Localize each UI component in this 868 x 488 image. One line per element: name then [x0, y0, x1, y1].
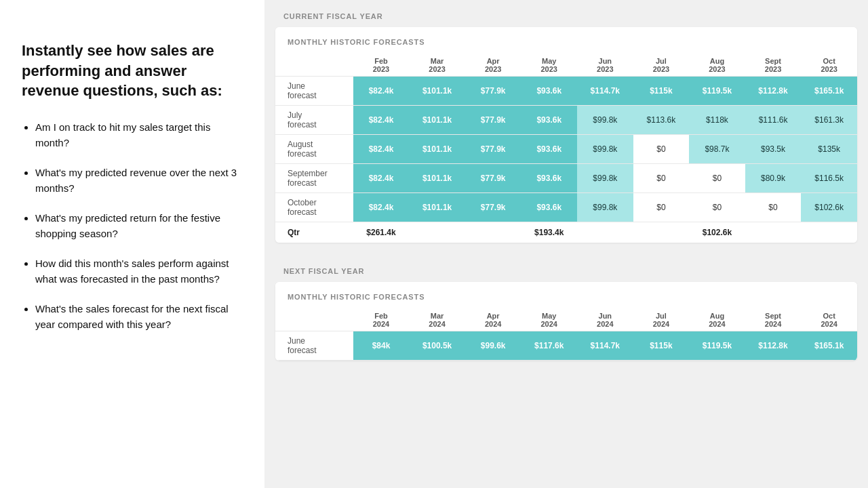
col-header-1: Mar2023 — [409, 53, 465, 77]
cell-r0-c6: $119.5k — [689, 77, 745, 106]
cell-r4-c6: $0 — [689, 193, 745, 222]
cell-r1-c1: $101.1k — [409, 106, 465, 135]
cell-r4-c7: $0 — [745, 193, 802, 222]
col-header-3: May2023 — [521, 53, 577, 77]
cell-r0-c5: $115k — [633, 331, 690, 361]
cell-r4-c0: $82.4k — [353, 193, 410, 222]
cell-r0-c4: $114.7k — [577, 331, 633, 361]
cell-r0-c3: $117.6k — [521, 331, 577, 361]
cell-r3-c6: $0 — [689, 164, 745, 193]
col-header-6: Aug2023 — [689, 53, 745, 77]
footer-cell-3: $193.4k — [521, 222, 577, 243]
cell-r4-c1: $101.1k — [409, 193, 465, 222]
cell-r0-c7: $112.8k — [745, 77, 802, 106]
cell-r1-c2: $77.9k — [465, 106, 521, 135]
cell-r3-c5: $0 — [633, 164, 690, 193]
next-fiscal-table-card: MONTHLY HISTORIC FORECASTS Feb2024Mar202… — [275, 282, 857, 361]
bullet-item-4: What's the sales forecast for the next f… — [35, 302, 243, 332]
cell-r0-c1: $100.5k — [409, 331, 465, 361]
cell-r0-c7: $112.8k — [745, 331, 802, 361]
footer-cell-8 — [801, 222, 857, 243]
next-fiscal-section: NEXT FISCAL YEAR MONTHLY HISTORIC FORECA… — [264, 255, 868, 361]
footer-label: Qtr — [275, 222, 353, 243]
cell-r3-c8: $116.5k — [801, 164, 857, 193]
current-fiscal-table-card: MONTHLY HISTORIC FORECASTS Feb2023Mar202… — [275, 27, 857, 243]
current-forecast-table: Feb2023Mar2023Apr2023May2023Jun2023Jul20… — [275, 53, 857, 243]
footer-cell-5 — [633, 222, 690, 243]
cell-r2-c7: $93.5k — [745, 135, 802, 164]
footer-cell-2 — [465, 222, 521, 243]
cell-r0-c0: $82.4k — [353, 77, 410, 106]
cell-r3-c4: $99.8k — [577, 164, 633, 193]
cell-r2-c4: $99.8k — [577, 135, 633, 164]
col-header-7: Sept2024 — [745, 308, 802, 331]
row-label-2: Augustforecast — [275, 135, 353, 164]
cell-r2-c1: $101.1k — [409, 135, 465, 164]
footer-cell-1 — [409, 222, 465, 243]
col-header-0: Feb2023 — [353, 53, 410, 77]
cell-r4-c2: $77.9k — [465, 193, 521, 222]
cell-r0-c0: $84k — [353, 331, 410, 361]
cell-r3-c3: $93.6k — [521, 164, 577, 193]
col-header-8: Oct2024 — [801, 308, 857, 331]
cell-r0-c4: $114.7k — [577, 77, 633, 106]
col-header-7: Sept2023 — [745, 53, 802, 77]
current-fiscal-section: CURRENT FISCAL YEAR MONTHLY HISTORIC FOR… — [264, 0, 868, 243]
col-header-3: May2024 — [521, 308, 577, 331]
row-label-3: Septemberforecast — [275, 164, 353, 193]
footer-cell-4 — [577, 222, 633, 243]
cell-r2-c8: $135k — [801, 135, 857, 164]
cell-r0-c6: $119.5k — [689, 331, 745, 361]
next-fiscal-label: NEXT FISCAL YEAR — [264, 255, 868, 282]
cell-r3-c7: $80.9k — [745, 164, 802, 193]
cell-r1-c3: $93.6k — [521, 106, 577, 135]
right-panel: CURRENT FISCAL YEAR MONTHLY HISTORIC FOR… — [264, 0, 868, 488]
next-forecast-table: Feb2024Mar2024Apr2024May2024Jun2024Jul20… — [275, 308, 857, 361]
cell-r3-c1: $101.1k — [409, 164, 465, 193]
cell-r3-c0: $82.4k — [353, 164, 410, 193]
next-table-inner-label: MONTHLY HISTORIC FORECASTS — [275, 282, 857, 308]
cell-r2-c5: $0 — [633, 135, 690, 164]
intro-heading: Instantly see how sales are performing a… — [22, 41, 243, 101]
row-label-0: Juneforecast — [275, 331, 353, 361]
footer-cell-6: $102.6k — [689, 222, 745, 243]
bullet-item-1: What's my predicted revenue over the nex… — [35, 165, 243, 196]
cell-r0-c3: $93.6k — [521, 77, 577, 106]
col-header-4: Jun2024 — [577, 308, 633, 331]
left-panel: Instantly see how sales are performing a… — [0, 0, 264, 488]
col-header-0: Feb2024 — [353, 308, 410, 331]
cell-r0-c2: $99.6k — [465, 331, 521, 361]
cell-r0-c1: $101.1k — [409, 77, 465, 106]
cell-r2-c6: $98.7k — [689, 135, 745, 164]
footer-cell-0: $261.4k — [353, 222, 410, 243]
cell-r2-c2: $77.9k — [465, 135, 521, 164]
col-header-1: Mar2024 — [409, 308, 465, 331]
bullet-item-0: Am I on track to hit my sales target thi… — [35, 120, 243, 150]
bullet-item-2: What's my predicted return for the festi… — [35, 211, 243, 241]
cell-r1-c7: $111.6k — [745, 106, 802, 135]
cell-r1-c0: $82.4k — [353, 106, 410, 135]
bullet-item-3: How did this month's sales perform again… — [35, 256, 243, 287]
empty-header — [275, 308, 353, 331]
cell-r0-c8: $165.1k — [801, 77, 857, 106]
current-table-inner-label: MONTHLY HISTORIC FORECASTS — [275, 27, 857, 53]
cell-r0-c8: $165.1k — [801, 331, 857, 361]
cell-r3-c2: $77.9k — [465, 164, 521, 193]
cell-r1-c6: $118k — [689, 106, 745, 135]
current-fiscal-label: CURRENT FISCAL YEAR — [264, 0, 868, 27]
col-header-6: Aug2024 — [689, 308, 745, 331]
col-header-2: Apr2023 — [465, 53, 521, 77]
footer-cell-7 — [745, 222, 802, 243]
cell-r1-c4: $99.8k — [577, 106, 633, 135]
cell-r4-c5: $0 — [633, 193, 690, 222]
cell-r0-c5: $115k — [633, 77, 690, 106]
row-label-0: Juneforecast — [275, 77, 353, 106]
cell-r0-c2: $77.9k — [465, 77, 521, 106]
cell-r4-c3: $93.6k — [521, 193, 577, 222]
bullet-list: Am I on track to hit my sales target thi… — [22, 120, 243, 332]
cell-r1-c5: $113.6k — [633, 106, 690, 135]
col-header-5: Jul2023 — [633, 53, 690, 77]
row-label-1: Julyforecast — [275, 106, 353, 135]
cell-r4-c8: $102.6k — [801, 193, 857, 222]
col-header-4: Jun2023 — [577, 53, 633, 77]
